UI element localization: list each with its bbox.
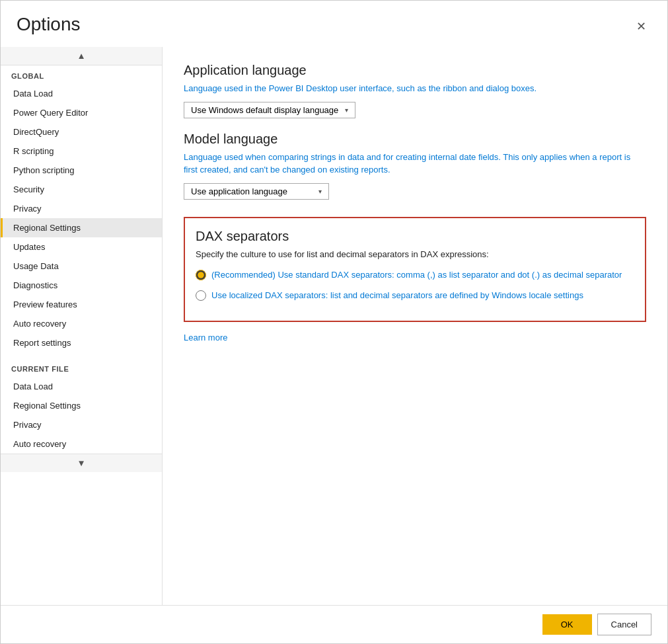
ok-button[interactable]: OK — [542, 614, 592, 635]
sidebar-item-r-scripting[interactable]: R scripting — [1, 141, 162, 161]
sidebar-item-cf-privacy[interactable]: Privacy — [1, 415, 162, 434]
app-language-dropdown-value: Use Windows default display language — [191, 105, 338, 115]
sidebar-item-security[interactable]: Security — [1, 180, 162, 199]
sidebar-item-preview-features[interactable]: Preview features — [1, 295, 162, 314]
app-language-dropdown[interactable]: Use Windows default display language ▾ — [184, 102, 355, 118]
sidebar-item-diagnostics[interactable]: Diagnostics — [1, 276, 162, 295]
dax-separators-title: DAX separators — [196, 229, 634, 244]
sidebar-item-power-query-editor[interactable]: Power Query Editor — [1, 103, 162, 122]
sidebar-item-auto-recovery[interactable]: Auto recovery — [1, 314, 162, 333]
sidebar-item-cf-data-load[interactable]: Data Load — [1, 377, 162, 396]
chevron-up-icon: ▲ — [77, 51, 85, 61]
dax-separators-box: DAX separators Specify the culture to us… — [184, 217, 646, 322]
dax-radio-localized-input[interactable] — [196, 290, 206, 301]
dialog-titlebar: Options ✕ — [1, 1, 667, 36]
model-language-dropdown-arrow: ▾ — [318, 188, 322, 195]
app-language-title: Application language — [184, 63, 646, 78]
close-button[interactable]: ✕ — [631, 17, 651, 36]
dax-radio-recommended[interactable]: (Recommended) Use standard DAX separator… — [196, 268, 634, 282]
dialog-body: ▲ GLOBAL Data Load Power Query Editor Di… — [1, 47, 667, 605]
dax-radio-group: (Recommended) Use standard DAX separator… — [196, 268, 634, 302]
model-language-dropdown-value: Use application language — [191, 186, 287, 196]
dax-radio-recommended-input[interactable] — [196, 270, 206, 280]
sidebar-item-report-settings[interactable]: Report settings — [1, 333, 162, 352]
dialog-title: Options — [17, 14, 81, 35]
global-section-header: GLOBAL — [1, 65, 162, 84]
content-area: Application language Language used in th… — [163, 47, 667, 605]
model-language-title: Model language — [184, 132, 646, 147]
sidebar-item-updates[interactable]: Updates — [1, 237, 162, 257]
model-language-dropdown[interactable]: Use application language ▾ — [184, 183, 329, 200]
chevron-down-icon: ▼ — [77, 458, 85, 468]
cancel-button[interactable]: Cancel — [597, 614, 651, 635]
sidebar-item-cf-auto-recovery[interactable]: Auto recovery — [1, 434, 162, 454]
sidebar-item-directquery[interactable]: DirectQuery — [1, 122, 162, 141]
current-file-section-header: CURRENT FILE — [1, 358, 162, 377]
dax-radio-localized[interactable]: Use localized DAX separators: list and d… — [196, 289, 634, 302]
sidebar-item-cf-regional-settings[interactable]: Regional Settings — [1, 396, 162, 415]
options-dialog: Options ✕ ▲ GLOBAL Data Load Power Query… — [0, 0, 668, 644]
dialog-footer: OK Cancel — [1, 605, 667, 643]
sidebar-item-regional-settings[interactable]: Regional Settings — [1, 218, 162, 237]
sidebar-scroll-down-button[interactable]: ▼ — [1, 454, 162, 472]
sidebar-scroll-up-button[interactable]: ▲ — [1, 47, 162, 65]
dax-radio-localized-label: Use localized DAX separators: list and d… — [211, 289, 583, 302]
app-language-dropdown-arrow: ▾ — [345, 106, 348, 114]
sidebar-item-data-load[interactable]: Data Load — [1, 84, 162, 103]
sidebar-item-python-scripting[interactable]: Python scripting — [1, 161, 162, 180]
model-language-description: Language used when comparing strings in … — [184, 151, 646, 177]
dax-separators-description: Specify the culture to use for list and … — [196, 249, 634, 259]
learn-more-link[interactable]: Learn more — [184, 333, 227, 342]
dax-radio-recommended-label: (Recommended) Use standard DAX separator… — [211, 268, 622, 282]
sidebar-item-usage-data[interactable]: Usage Data — [1, 257, 162, 276]
sidebar: ▲ GLOBAL Data Load Power Query Editor Di… — [1, 47, 163, 605]
sidebar-item-privacy[interactable]: Privacy — [1, 199, 162, 218]
app-language-description: Language used in the Power BI Desktop us… — [184, 82, 646, 95]
